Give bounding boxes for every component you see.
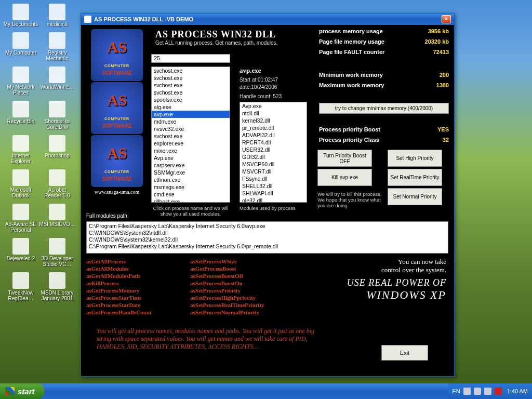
app-window: AS PROCESS WIN32 DLL -VB DEMO × SOFTWARE…	[81, 13, 455, 377]
list-item[interactable]: cmd.exe	[152, 191, 230, 198]
windows-icon	[5, 387, 15, 395]
desktop-icon[interactable]: Registry Mechanic	[39, 32, 75, 61]
full-path-label: Full modules path	[86, 213, 127, 219]
desktop-icon[interactable]: My Computer	[3, 32, 39, 56]
process-list-hint: Click on process name and we will show y…	[151, 205, 230, 217]
stat-fault-counter: Page file FAULT counter72413	[319, 49, 449, 55]
system-tray[interactable]: EN 1:40 AM	[448, 383, 532, 399]
list-item[interactable]: dllhost.exe	[152, 198, 230, 203]
list-item[interactable]: ole32.dll	[240, 197, 307, 203]
selected-process-name: avp.exe	[240, 66, 261, 75]
logo-icon: SOFTWARE	[91, 82, 143, 134]
list-item[interactable]: C:\Program Files\Kaspersky Lab\Kaspersky…	[89, 243, 446, 250]
file-icon	[12, 32, 29, 49]
file-icon	[49, 135, 65, 152]
logo-column: SOFTWARE SOFTWARE SOFTWARE www.snaga-uma…	[86, 29, 148, 195]
desktop-icon[interactable]: Shortcut to CorelDrw	[39, 101, 75, 130]
desktop-icon[interactable]: Photoshop	[39, 135, 75, 158]
logo-icon: SOFTWARE	[91, 29, 143, 81]
titlebar[interactable]: AS PROCESS WIN32 DLL -VB DEMO ×	[81, 14, 454, 25]
list-item[interactable]: mdm.exe	[152, 118, 230, 125]
stat-max-work-memory: Maximum work memory1380	[319, 82, 449, 88]
list-item[interactable]: RPCRT4.dll	[240, 139, 307, 146]
file-icon	[49, 66, 65, 83]
module-list[interactable]: Avp.exentdll.dllkernel32.dllpr_remote.dl…	[240, 102, 307, 203]
list-item[interactable]: ADVAPI32.dll	[240, 131, 307, 139]
desktop-icon[interactable]: Ad-Aware SE Personal	[3, 204, 39, 233]
process-list[interactable]: svchost.exesvchost.exesvchost.exesvchost…	[151, 66, 230, 203]
list-item[interactable]: svchost.exe	[152, 74, 230, 82]
list-item[interactable]: Avp.exe	[240, 102, 307, 110]
tray-icon[interactable]	[463, 388, 471, 395]
desktop-icon[interactable]: MSI MSIDVD…	[39, 204, 75, 227]
list-item[interactable]: svchost.exe	[152, 67, 230, 74]
process-count-input[interactable]: 25	[151, 54, 230, 63]
list-item[interactable]: MSVCP60.dll	[240, 161, 307, 168]
logo-icon: SOFTWARE	[91, 135, 143, 187]
list-item[interactable]: ctfmon.exe	[152, 176, 230, 183]
list-item[interactable]: SSMMgr.exe	[152, 169, 230, 176]
desktop-icon[interactable]: WorldWinne…	[39, 66, 75, 90]
taskbar: start EN 1:40 AM	[0, 383, 532, 399]
set-high-priority-button[interactable]: Set High Priority	[388, 150, 442, 167]
exit-button[interactable]: Exit	[381, 345, 428, 361]
list-item[interactable]: avp.exe	[152, 111, 230, 118]
set-realtime-priority-button[interactable]: Set RealTime Priority	[388, 169, 442, 186]
list-item[interactable]: svchost.exe	[152, 82, 230, 89]
turn-priority-boost-off-button[interactable]: Turn Priority Boost OFF	[317, 150, 372, 167]
desktop-icon[interactable]: Acrobat Reader 5.0	[39, 169, 75, 198]
list-item[interactable]: kernel32.dll	[240, 117, 307, 124]
list-item[interactable]: nvsvc32.exe	[152, 125, 230, 132]
list-item[interactable]: SHLWAPI.dll	[240, 190, 307, 197]
clock[interactable]: 1:40 AM	[507, 388, 528, 394]
desktop-icon[interactable]: MSDN Library January 2001	[39, 272, 75, 301]
list-item[interactable]: pr_remote.dll	[240, 124, 307, 131]
desktop-icon[interactable]: 3D Developer Studio VC…	[39, 238, 75, 267]
desktop-icon[interactable]: Recycle Bin	[3, 101, 39, 124]
list-item[interactable]: GDI32.dll	[240, 153, 307, 161]
function-list-left: asGetAllProcessasGetAllModulesasGetAllMo…	[86, 258, 152, 316]
list-item[interactable]: svchost.exe	[152, 132, 230, 140]
selected-handle-count: Handle count: 523	[240, 94, 282, 99]
list-item[interactable]: Avp.exe	[152, 154, 230, 162]
list-item[interactable]: C:\Program Files\Kaspersky Lab\Kaspersky…	[89, 223, 446, 230]
file-icon	[49, 32, 65, 49]
desktop-icon[interactable]: medicina	[39, 4, 75, 27]
change-memory-button[interactable]: try to change min/max memory (400/2000)	[319, 103, 449, 114]
kill-warning: We will try to kill this process. We hop…	[317, 191, 385, 208]
list-item[interactable]: spoolsv.exe	[152, 96, 230, 103]
list-item[interactable]: SHELL32.dll	[240, 182, 307, 190]
list-item[interactable]: alg.exe	[152, 103, 230, 111]
desktop-icon[interactable]: Bejeweled 2	[3, 238, 39, 261]
start-button[interactable]: start	[0, 383, 44, 399]
desktop-icon[interactable]: Internet Explorer	[3, 135, 39, 164]
list-item[interactable]: mixer.exe	[152, 147, 230, 154]
list-item[interactable]: explorer.exe	[152, 140, 230, 147]
list-item[interactable]: svchost.exe	[152, 89, 230, 96]
file-icon	[12, 135, 29, 152]
function-list-right: asSetProcessWSizeasGetProcessBoostasSetP…	[190, 258, 264, 316]
tray-icon[interactable]	[495, 388, 502, 395]
list-item[interactable]: MSVCRT.dll	[240, 168, 307, 175]
list-item[interactable]: msmsgs.exe	[152, 183, 230, 191]
language-indicator[interactable]: EN	[452, 388, 460, 394]
list-item[interactable]: C:\WINDOWS\System32\ntdll.dll	[89, 230, 446, 236]
list-item[interactable]: carpserv.exe	[152, 162, 230, 169]
desktop-icon[interactable]: My Documents	[3, 4, 39, 27]
set-normal-priority-button[interactable]: Set Normal Priority	[388, 188, 442, 205]
list-item[interactable]: C:\WINDOWS\system32\kernel32.dll	[89, 236, 446, 243]
file-icon	[49, 4, 65, 20]
list-item[interactable]: ntdll.dll	[240, 110, 307, 117]
list-item[interactable]: FSsync.dll	[240, 175, 307, 182]
tray-icon[interactable]	[484, 388, 491, 395]
close-icon[interactable]: ×	[442, 15, 451, 23]
full-path-list[interactable]: C:\Program Files\Kaspersky Lab\Kaspersky…	[86, 221, 448, 254]
kill-process-button[interactable]: Kill avp.exe	[317, 169, 372, 186]
file-icon	[49, 204, 65, 220]
desktop-icon[interactable]: TweakNow RegClea…	[3, 272, 39, 301]
list-item[interactable]: USER32.dll	[240, 146, 307, 153]
desktop-icon[interactable]: Microsoft Outlook	[3, 169, 39, 198]
tray-icon[interactable]	[474, 388, 481, 395]
promo-text: You can now take control over the system…	[316, 258, 446, 302]
desktop-icon[interactable]: My Network Places	[3, 66, 39, 96]
